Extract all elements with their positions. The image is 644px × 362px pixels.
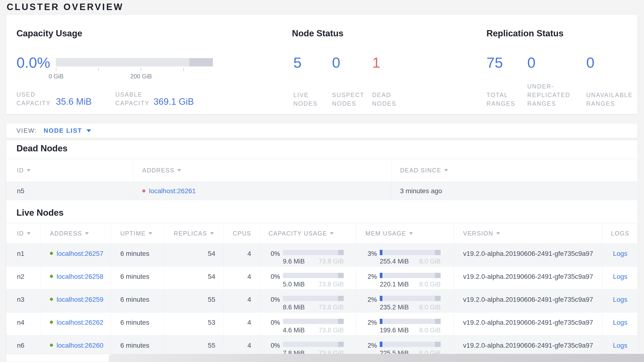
node-id-cell: n6	[6, 335, 40, 354]
usable-capacity-value: 369.1 GiB	[154, 97, 194, 107]
column-header-label: ADDRESS	[142, 167, 174, 174]
capacity-percent: 0.0%	[16, 55, 50, 71]
mem-bar	[380, 273, 441, 278]
node-address-link[interactable]: localhost:26258	[56, 272, 103, 281]
version-cell: v19.2.0-alpha.20190606-2491-gfe735c9a97	[454, 312, 602, 335]
mem-usage-cell: 2% 235.2 MiB8.0 GiB	[356, 290, 454, 312]
node-address-cell: localhost:26259	[40, 290, 111, 312]
capacity-bar	[283, 319, 344, 324]
node-address-link[interactable]: localhost:26259	[56, 295, 103, 304]
mem-total-value: 8.0 GiB	[419, 326, 441, 334]
dead-nodes-header-row: ID ADDRESS DEAD SINCE	[6, 159, 638, 182]
node-address-link[interactable]: localhost:26262	[56, 318, 103, 327]
under-replicated-stat: 0 UNDER-REPLICATED RANGES	[527, 15, 583, 114]
logs-link[interactable]: Logs	[613, 342, 628, 349]
uptime-cell: 6 minutes	[111, 267, 165, 289]
node-address-link[interactable]: localhost:26260	[56, 341, 103, 350]
node-address-link[interactable]: localhost:26257	[56, 249, 103, 258]
axis-tick-label: 0 GiB	[49, 73, 64, 80]
column-header-label: DEAD SINCE	[400, 167, 441, 174]
column-header-logs: LOGS	[602, 223, 638, 243]
node-id-cell: n3	[6, 290, 40, 312]
bar-fill	[380, 250, 382, 255]
capacity-total-value: 73.8 GiB	[319, 326, 344, 334]
column-header-label: LOGS	[611, 230, 629, 237]
bar-reserved-segment	[435, 342, 441, 347]
sort-desc-icon	[27, 169, 30, 172]
column-header-mem-usage[interactable]: MEM USAGE	[356, 223, 454, 243]
capacity-bar	[283, 250, 344, 255]
logs-link[interactable]: Logs	[613, 250, 628, 257]
logs-link[interactable]: Logs	[613, 296, 628, 303]
table-row: n4 localhost:26262 6 minutes 53 4 0% 4.6…	[6, 312, 638, 335]
capacity-usage-bar: 0 GiB 200 GiB	[56, 58, 213, 82]
column-header-uptime[interactable]: UPTIME	[111, 223, 165, 243]
capacity-used-value: 9.6 MiB	[283, 257, 305, 266]
cpus-cell: 4	[224, 290, 260, 312]
node-id-cell: n4	[6, 312, 40, 335]
logs-link[interactable]: Logs	[613, 273, 628, 280]
column-header-label: ADDRESS	[50, 230, 82, 237]
capacity-bar-track	[56, 58, 213, 67]
capacity-percent-label: 0%	[260, 249, 282, 266]
bar-reserved-segment	[338, 319, 344, 324]
bar-reserved-segment	[435, 273, 441, 278]
live-nodes-table: ID ADDRESS UPTIME REPLICAS CPUS CAPACITY…	[6, 223, 638, 354]
live-status-dot-icon	[50, 343, 53, 347]
sort-desc-icon	[330, 232, 334, 235]
mem-used-value: 235.2 MiB	[380, 303, 409, 311]
mem-percent-label: 2%	[356, 318, 378, 334]
mem-percent-label: 3%	[356, 249, 378, 266]
capacity-percent-label: 0%	[260, 318, 282, 334]
column-header-dead-since[interactable]: DEAD SINCE	[392, 159, 638, 182]
capacity-percent-label: 0%	[260, 272, 282, 289]
bar-fill	[380, 296, 382, 301]
column-header-id[interactable]: ID	[6, 223, 40, 243]
bar-fill	[380, 319, 382, 324]
column-header-capacity-usage[interactable]: CAPACITY USAGE	[260, 223, 356, 243]
dead-status-dot-icon	[142, 189, 145, 193]
version-cell: v19.2.0-alpha.20190606-2491-gfe735c9a97	[454, 335, 602, 354]
live-nodes-heading: Live Nodes	[16, 208, 64, 218]
mem-usage-cell: 2% 199.6 MiB8.0 GiB	[356, 312, 454, 335]
column-header-version[interactable]: VERSION	[454, 223, 602, 243]
mem-used-value: 220.1 MiB	[380, 280, 409, 289]
live-status-dot-icon	[50, 321, 53, 324]
dead-since-cell: 3 minutes ago	[392, 182, 638, 200]
axis-tick	[98, 68, 99, 71]
capacity-percent-label: 0%	[260, 295, 282, 311]
used-capacity-value: 35.6 MiB	[56, 97, 92, 107]
node-address-link[interactable]: localhost:26261	[149, 187, 196, 195]
column-header-label: MEM USAGE	[366, 230, 406, 237]
sort-desc-icon	[85, 232, 89, 235]
column-header-address[interactable]: ADDRESS	[134, 159, 392, 182]
mem-usage-cell: 2% 220.1 MiB8.0 GiB	[356, 267, 454, 289]
mem-used-value: 255.4 MiB	[380, 257, 409, 266]
table-row: n1 localhost:26257 6 minutes 54 4 0% 9.6…	[6, 244, 638, 267]
version-cell: v19.2.0-alpha.20190606-2491-gfe735c9a97	[454, 267, 602, 289]
nodes-overview-card: Dead Nodes ID ADDRESS DEAD SINCE n5 loca…	[6, 140, 638, 362]
live-nodes-count: 5	[293, 55, 302, 71]
column-header-label: VERSION	[463, 230, 494, 237]
view-selector-dropdown[interactable]: NODE LIST	[44, 127, 91, 134]
column-header-replicas[interactable]: REPLICAS	[165, 223, 224, 243]
bar-fill	[380, 342, 382, 347]
column-header-id[interactable]: ID	[6, 159, 134, 182]
mem-total-value: 8.0 GiB	[419, 303, 441, 311]
usable-capacity-label: USABLE CAPACITY	[115, 90, 158, 107]
mem-used-value: 199.6 MiB	[380, 326, 409, 334]
mem-bar	[380, 319, 441, 324]
suspect-nodes-label: SUSPECT NODES	[332, 91, 368, 108]
total-ranges-label: TOTAL RANGES	[486, 91, 522, 108]
live-status-dot-icon	[50, 275, 53, 278]
logs-link[interactable]: Logs	[613, 319, 628, 326]
logs-cell: Logs	[602, 267, 638, 289]
axis-tick	[56, 68, 56, 71]
capacity-used-value: 4.6 MiB	[283, 326, 305, 334]
column-header-address[interactable]: ADDRESS	[40, 223, 111, 243]
capacity-bar	[283, 342, 344, 347]
under-replicated-label: UNDER-REPLICATED RANGES	[527, 82, 583, 108]
suspect-nodes-stat: 0 SUSPECT NODES	[332, 15, 368, 114]
axis-tick	[141, 68, 141, 71]
dead-nodes-table: ID ADDRESS DEAD SINCE n5 localhost:26261…	[6, 159, 638, 200]
